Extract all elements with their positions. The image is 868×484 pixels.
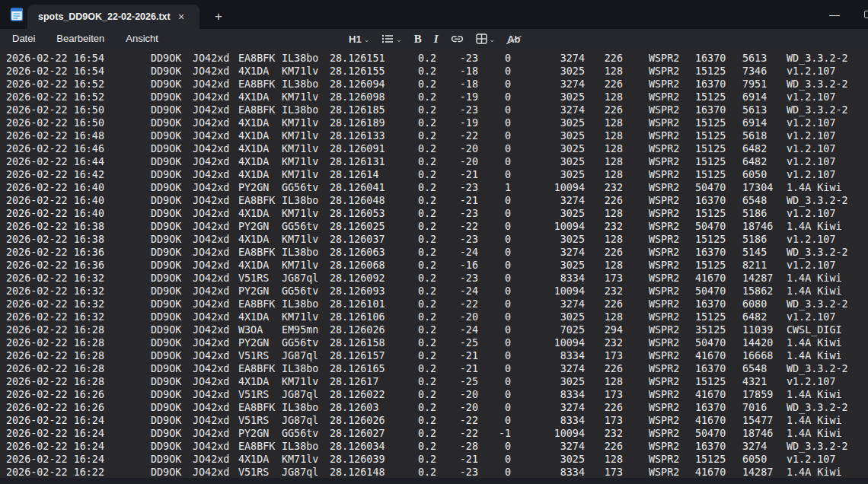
log-line: 2026-02-22 16:38DD9OKJO42xd4X1DAKM71lv28… <box>6 233 868 246</box>
maximize-icon <box>864 11 868 18</box>
log-line: 2026-02-22 16:40DD9OKJO42xdPY2GNGG56tv28… <box>6 181 868 194</box>
log-line: 2026-02-22 16:32DD9OKJO42xdEA8BFKIL38bo2… <box>6 298 868 310</box>
bold-label: B <box>414 33 422 46</box>
status-bar-edge <box>0 478 868 484</box>
maximize-button[interactable] <box>851 0 868 29</box>
log-line: 2026-02-22 16:40DD9OKJO42xdEA8BFKIL38bo2… <box>6 194 868 207</box>
title-bar: spots_DD9OK_22-02-2026.txt × + — <box>0 0 868 29</box>
log-line: 2026-02-22 16:28DD9OKJO42xdW3OAEM95mn28.… <box>6 323 868 336</box>
tab-close-icon[interactable]: × <box>174 9 189 24</box>
log-line: 2026-02-22 16:28DD9OKJO42xdPY2GNGG56tv28… <box>6 336 868 349</box>
log-line: 2026-02-22 16:46DD9OKJO42xd4X1DAKM71lv28… <box>6 142 868 155</box>
log-line: 2026-02-22 16:32DD9OKJO42xdPY2GNGG56tv28… <box>6 285 868 298</box>
file-tab[interactable]: spots_DD9OK_22-02-2026.txt × <box>27 5 199 29</box>
table-dropdown[interactable]: ⌄ <box>471 30 500 47</box>
link-button[interactable] <box>446 30 468 47</box>
chevron-down-icon: ⌄ <box>396 36 402 43</box>
log-line: 2026-02-22 16:28DD9OKJO42xdV51RSJG87ql28… <box>6 349 868 362</box>
minimize-button[interactable]: — <box>818 0 851 29</box>
text-editor-area[interactable]: 2026-02-22 16:54DD9OKJO42xdEA8BFKIL38bo2… <box>0 49 868 478</box>
log-line: 2026-02-22 16:50DD9OKJO42xd4X1DAKM71lv28… <box>6 116 868 129</box>
table-icon <box>476 33 487 44</box>
menu-bar: Datei Bearbeiten Ansicht H1 ⌄ ⌄ <box>0 29 868 49</box>
log-line: 2026-02-22 16:40DD9OKJO42xd4X1DAKM71lv28… <box>6 207 868 220</box>
log-line: 2026-02-22 16:28DD9OKJO42xdEA8BFKIL38bo2… <box>6 362 868 375</box>
notepad-app-icon <box>9 7 24 22</box>
log-line: 2026-02-22 16:42DD9OKJO42xd4X1DAKM71lv28… <box>6 168 868 181</box>
log-lines: 2026-02-22 16:54DD9OKJO42xdEA8BFKIL38bo2… <box>6 52 868 478</box>
file-tab-title: spots_DD9OK_22-02-2026.txt <box>38 11 171 22</box>
notepad-window: spots_DD9OK_22-02-2026.txt × + — Datei B… <box>0 0 868 484</box>
log-line: 2026-02-22 16:32DD9OKJO42xd4X1DAKM71lv28… <box>6 310 868 323</box>
menu-file[interactable]: Datei <box>2 29 46 49</box>
log-line: 2026-02-22 16:36DD9OKJO42xdEA8BFKIL38bo2… <box>6 246 868 259</box>
log-line: 2026-02-22 16:24DD9OKJO42xdPY2GNGG56tv28… <box>6 427 868 440</box>
log-line: 2026-02-22 16:22DD9OKJO42xdV51RSJG87ql28… <box>6 466 868 478</box>
italic-button[interactable]: I <box>429 30 443 47</box>
log-line: 2026-02-22 16:48DD9OKJO42xd4X1DAKM71lv28… <box>6 129 868 142</box>
heading-dropdown[interactable]: H1 ⌄ <box>344 30 374 47</box>
log-line: 2026-02-22 16:38DD9OKJO42xdPY2GNGG56tv28… <box>6 220 868 233</box>
clear-formatting-icon: Ab <box>507 33 520 45</box>
menu-items: Datei Bearbeiten Ansicht <box>2 29 169 49</box>
log-line: 2026-02-22 16:44DD9OKJO42xd4X1DAKM71lv28… <box>6 155 868 168</box>
menu-edit[interactable]: Bearbeiten <box>46 29 115 49</box>
log-line: 2026-02-22 16:32DD9OKJO42xdV51RSJG87ql28… <box>6 272 868 285</box>
list-dropdown[interactable]: ⌄ <box>377 30 407 47</box>
log-line: 2026-02-22 16:36DD9OKJO42xd4X1DAKM71lv28… <box>6 259 868 272</box>
new-tab-button[interactable]: + <box>210 8 227 25</box>
list-icon <box>381 33 394 44</box>
clear-formatting-button[interactable]: Ab <box>503 30 525 47</box>
log-line: 2026-02-22 16:54DD9OKJO42xdEA8BFKIL38bo2… <box>6 52 868 65</box>
link-icon <box>451 34 464 43</box>
log-line: 2026-02-22 16:26DD9OKJO42xdEA8BFKIL38bo2… <box>6 401 868 414</box>
format-toolbar: H1 ⌄ ⌄ B I <box>344 29 525 49</box>
log-line: 2026-02-22 16:50DD9OKJO42xdEA8BFKIL38bo2… <box>6 103 868 116</box>
menu-view[interactable]: Ansicht <box>115 29 169 49</box>
bold-button[interactable]: B <box>410 30 426 47</box>
log-line: 2026-02-22 16:28DD9OKJO42xd4X1DAKM71lv28… <box>6 375 868 388</box>
log-line: 2026-02-22 16:52DD9OKJO42xd4X1DAKM71lv28… <box>6 91 868 103</box>
log-line: 2026-02-22 16:52DD9OKJO42xdEA8BFKIL38bo2… <box>6 78 868 91</box>
log-line: 2026-02-22 16:26DD9OKJO42xdV51RSJG87ql28… <box>6 388 868 401</box>
log-line: 2026-02-22 16:24DD9OKJO42xd4X1DAKM71lv28… <box>6 453 868 466</box>
log-line: 2026-02-22 16:24DD9OKJO42xdV51RSJG87ql28… <box>6 414 868 427</box>
chevron-down-icon: ⌄ <box>364 36 370 43</box>
chevron-down-icon: ⌄ <box>490 36 496 43</box>
log-line: 2026-02-22 16:54DD9OKJO42xd4X1DAKM71lv28… <box>6 65 868 78</box>
italic-label: I <box>434 33 439 46</box>
log-line: 2026-02-22 16:24DD9OKJO42xdEA8BFKIL38bo2… <box>6 440 868 453</box>
heading-label: H1 <box>349 33 362 45</box>
